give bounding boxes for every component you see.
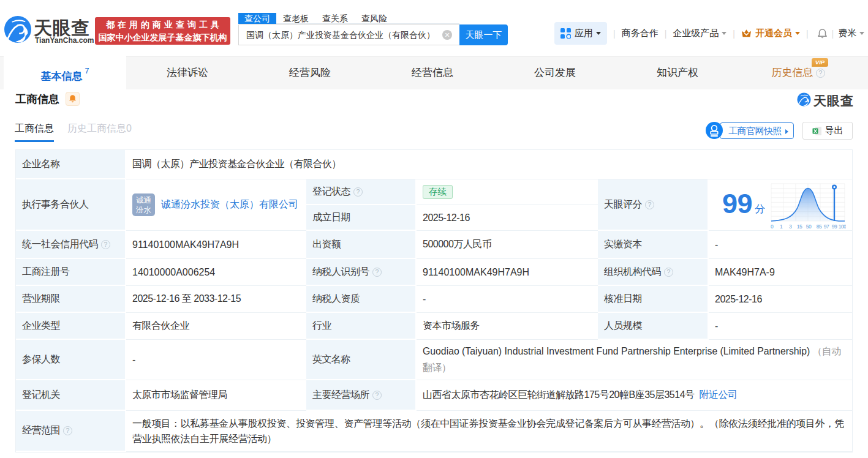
svg-text:97: 97 <box>824 223 829 230</box>
svg-text:15: 15 <box>797 223 802 230</box>
svg-text:3: 3 <box>789 223 792 230</box>
svg-text:50: 50 <box>806 223 812 230</box>
svg-text:100: 100 <box>839 223 846 230</box>
svg-text:99: 99 <box>832 223 837 230</box>
svg-text:85: 85 <box>817 223 822 230</box>
svg-text:1: 1 <box>780 223 783 230</box>
svg-text:0: 0 <box>771 223 774 230</box>
